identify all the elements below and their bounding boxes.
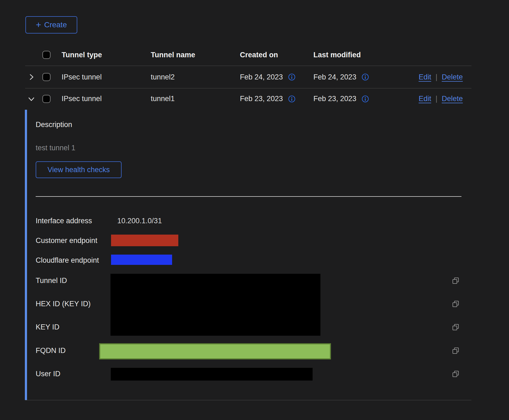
description-label: Description [36,121,72,129]
select-all-checkbox[interactable] [42,51,51,59]
create-button[interactable]: + Create [25,16,77,34]
column-header-last-modified: Last modified [307,51,381,59]
column-header-tunnel-name: Tunnel name [145,51,234,59]
info-icon[interactable] [288,73,296,81]
copy-icon[interactable] [451,369,460,379]
info-icon[interactable] [361,95,369,103]
created-on-value: Feb 24, 2023 [240,73,283,81]
section-divider [36,196,461,197]
copy-icon[interactable] [451,323,460,332]
row-checkbox[interactable] [42,73,51,81]
delete-link[interactable]: Delete [442,73,463,81]
description-value: test tunnel 1 [36,144,75,152]
expand-row-button[interactable] [25,73,38,81]
action-separator: | [436,73,437,81]
fqdn-id-label: FQDN ID [36,346,66,355]
cloudflare-endpoint-label: Cloudflare endpoint [36,256,99,265]
view-health-checks-button[interactable]: View health checks [36,161,122,178]
redacted-fqdn-id [99,343,331,359]
last-modified-value: Feb 23, 2023 [313,95,356,103]
row-checkbox[interactable] [42,95,51,103]
tunnel-type-cell: IPsec tunnel [55,73,145,81]
table-header-row: Tunnel type Tunnel name Created on Last … [25,44,471,66]
tunnel-name-cell: tunnel2 [145,73,234,81]
column-header-created-on: Created on [234,51,307,59]
delete-link[interactable]: Delete [442,95,463,103]
created-on-value: Feb 23, 2023 [240,95,283,103]
expanded-indicator-bar [25,110,27,400]
info-icon[interactable] [361,73,369,81]
plus-icon: + [36,20,41,29]
create-button-label: Create [44,21,67,29]
copy-icon[interactable] [451,346,460,355]
chevron-down-icon [27,95,35,103]
tunnels-table: Tunnel type Tunnel name Created on Last … [25,44,471,400]
edit-link[interactable]: Edit [418,73,431,81]
interface-address-label: Interface address [36,217,92,225]
ipsec-tunnels-page: + Create Tunnel type Tunnel name Created… [0,0,509,420]
table-row-tunnel1: IPsec tunnel tunnel1 Feb 23, 2023 Feb 23… [25,88,471,109]
chevron-right-icon [27,73,35,81]
column-header-tunnel-type: Tunnel type [55,51,145,59]
key-id-label: KEY ID [36,323,59,331]
redacted-tunnel-hex-key-ids [110,274,320,336]
copy-icon[interactable] [451,299,460,309]
collapse-row-button[interactable] [25,95,38,103]
info-icon[interactable] [288,95,296,103]
interface-address-value: 10.200.1.0/31 [117,217,162,225]
tunnel-name-cell: tunnel1 [145,95,234,103]
redacted-cloudflare-endpoint [111,255,172,265]
user-id-label: User ID [36,370,61,378]
hex-id-label: HEX ID (KEY ID) [36,300,91,308]
table-row-tunnel2: IPsec tunnel tunnel2 Feb 24, 2023 Feb 24… [25,66,471,88]
redacted-user-id [111,368,313,381]
action-separator: | [436,95,437,103]
redacted-customer-endpoint [111,235,178,246]
tunnel-id-label: Tunnel ID [36,276,67,285]
copy-icon[interactable] [451,276,460,285]
last-modified-value: Feb 24, 2023 [313,73,356,81]
tunnel-type-cell: IPsec tunnel [55,95,145,103]
edit-link[interactable]: Edit [418,95,431,103]
customer-endpoint-label: Customer endpoint [36,236,97,245]
expanded-tunnel-details: Description test tunnel 1 View health ch… [25,109,471,400]
